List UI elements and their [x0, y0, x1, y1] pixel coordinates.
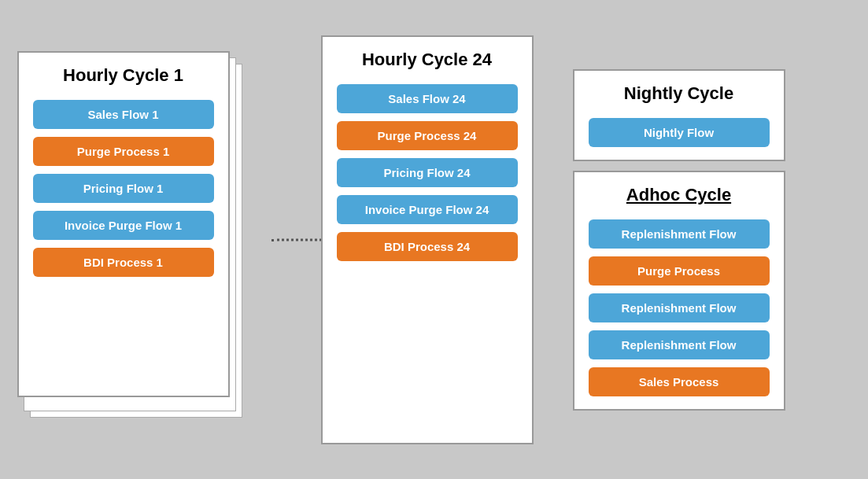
adhoc-item-3[interactable]: Replenishment Flow	[589, 330, 770, 359]
hourly-cycle-24-wrapper: Hourly Cycle 24 Sales Flow 24Purge Proce…	[321, 35, 534, 444]
hourly1-item-3[interactable]: Invoice Purge Flow 1	[33, 211, 214, 240]
hourly1-item-4[interactable]: BDI Process 1	[33, 248, 214, 277]
adhoc-item-0[interactable]: Replenishment Flow	[589, 219, 770, 249]
hourly-cycle-1-title: Hourly Cycle 1	[33, 65, 214, 86]
hourly24-item-3[interactable]: Invoice Purge Flow 24	[337, 195, 518, 224]
adhoc-cycle-title: Adhoc Cycle	[589, 185, 770, 205]
nightly-cycle-title: Nightly Cycle	[589, 83, 770, 104]
right-column: Nightly Cycle Nightly Flow Adhoc Cycle R…	[573, 69, 785, 411]
hourly-cycle-24-title: Hourly Cycle 24	[337, 50, 518, 70]
hourly-cycle-24-box: Hourly Cycle 24 Sales Flow 24Purge Proce…	[321, 35, 534, 444]
arrow-area	[268, 51, 315, 429]
adhoc-cycle-box: Adhoc Cycle Replenishment FlowPurge Proc…	[573, 171, 785, 411]
hourly24-item-4[interactable]: BDI Process 24	[337, 232, 518, 261]
hourly-cycle-1-stack: Hourly Cycle 1 Sales Flow 1Purge Process…	[17, 51, 253, 429]
adhoc-item-2[interactable]: Replenishment Flow	[589, 293, 770, 322]
hourly1-item-1[interactable]: Purge Process 1	[33, 137, 214, 166]
hourly-cycle-1-box: Hourly Cycle 1 Sales Flow 1Purge Process…	[17, 51, 230, 397]
hourly24-item-1[interactable]: Purge Process 24	[337, 121, 518, 150]
hourly1-item-0[interactable]: Sales Flow 1	[33, 100, 214, 129]
nightly-item-0[interactable]: Nightly Flow	[589, 118, 770, 147]
nightly-cycle-box: Nightly Cycle Nightly Flow	[573, 69, 785, 161]
hourly24-item-0[interactable]: Sales Flow 24	[337, 84, 518, 113]
adhoc-item-1[interactable]: Purge Process	[589, 256, 770, 286]
diagram-container: Hourly Cycle 1 Sales Flow 1Purge Process…	[17, 16, 851, 464]
hourly1-item-2[interactable]: Pricing Flow 1	[33, 174, 214, 203]
hourly24-item-2[interactable]: Pricing Flow 24	[337, 158, 518, 187]
adhoc-item-4[interactable]: Sales Process	[589, 367, 770, 396]
dotted-arrow	[271, 238, 327, 241]
